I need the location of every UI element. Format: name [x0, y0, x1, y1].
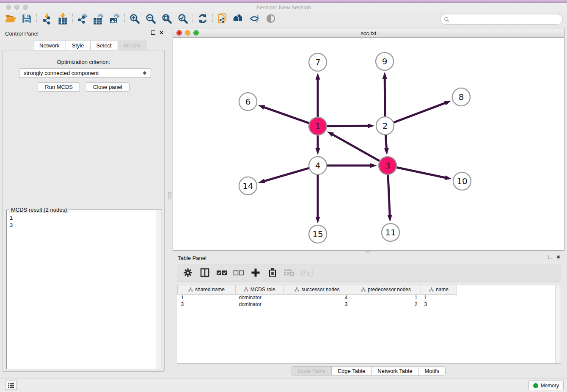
graph-node-label: 10 — [457, 176, 467, 186]
graph-node-label: 1 — [315, 121, 321, 131]
run-mcds-button[interactable]: Run MCDS — [38, 82, 80, 92]
delete-column-icon — [268, 268, 277, 279]
table-panel-title: Table Panel — [178, 255, 206, 261]
node-table-grid: shared nameMCDS rolesuccessor nodesprede… — [177, 285, 457, 308]
tab-select[interactable]: Select — [90, 41, 118, 50]
result-scrollbar[interactable] — [156, 210, 162, 369]
table-float-panel-icon[interactable] — [548, 255, 552, 259]
zoom-out-button[interactable] — [143, 13, 159, 26]
tab-style[interactable]: Style — [66, 41, 90, 50]
float-panel-icon[interactable] — [151, 30, 155, 35]
settings-gear-button[interactable] — [181, 266, 195, 280]
edge-1-2 — [327, 126, 369, 126]
table-cell: dominator — [236, 294, 284, 301]
table-cell: 1 — [421, 294, 457, 301]
table-row[interactable]: 3dominator323 — [178, 301, 457, 308]
save-button[interactable] — [19, 13, 35, 26]
hide-annotations-icon — [249, 13, 261, 25]
function-builder-button: f(x) — [299, 266, 314, 280]
hide-annotations-button[interactable] — [247, 13, 263, 26]
zoom-fit-button[interactable] — [159, 13, 175, 26]
mcds-result-item: 3 — [10, 221, 153, 229]
import-network-icon — [41, 13, 52, 26]
window-title: Session: New Session — [0, 4, 567, 11]
select-all-checkboxes-button[interactable] — [215, 266, 229, 280]
import-network-button[interactable] — [39, 13, 55, 26]
edge-2-3 — [385, 135, 386, 149]
table-cell: dominator — [236, 301, 284, 308]
graph-node-label: 4 — [315, 160, 321, 171]
split-columns-button[interactable] — [198, 266, 212, 280]
toolbar-separator — [193, 14, 193, 25]
graph-node-label: 8 — [459, 92, 464, 102]
close-panel-icon[interactable]: × — [160, 30, 163, 35]
table-close-panel-icon[interactable]: × — [556, 255, 560, 259]
show-eye-button[interactable] — [263, 13, 279, 26]
deselect-all-checkboxes-button[interactable] — [231, 266, 246, 280]
task-history-button[interactable] — [5, 381, 17, 390]
open-folder-button[interactable] — [3, 13, 19, 26]
table-cell: 3 — [284, 301, 351, 308]
home-networks-button[interactable] — [231, 13, 247, 26]
tab-node-table[interactable]: Node Table — [292, 366, 332, 375]
network-file-button[interactable] — [215, 13, 231, 26]
vertical-splitter-grip[interactable] — [168, 192, 171, 199]
column-header-name[interactable]: name — [421, 285, 457, 294]
tab-mcds[interactable]: MCDS — [118, 41, 146, 50]
status-bar: Memory — [0, 378, 567, 392]
graph-node-label: 7 — [315, 57, 321, 67]
split-columns-icon — [200, 268, 210, 279]
edge-3-1 — [332, 134, 380, 161]
table-scrollbar[interactable] — [555, 285, 561, 363]
home-networks-icon — [232, 13, 245, 25]
export-network-button[interactable] — [74, 13, 91, 26]
close-panel-button[interactable]: Close panel — [86, 82, 129, 92]
select-all-checkboxes-icon — [216, 269, 227, 278]
column-header-label: shared name — [195, 287, 225, 293]
table-cell: 2 — [351, 301, 421, 308]
zoom-selected-button[interactable] — [175, 13, 191, 26]
search-icon — [444, 17, 450, 22]
select-stepper-icon — [143, 71, 146, 75]
zoom-in-button[interactable] — [127, 13, 143, 26]
import-table-button[interactable] — [55, 13, 71, 26]
table-tabs: Node TableEdge TableNetwork TableMotifs — [173, 366, 564, 375]
export-image-icon — [109, 13, 121, 26]
edge-3-10 — [396, 167, 446, 178]
add-column-button[interactable] — [248, 266, 263, 280]
edge-arrowhead — [316, 217, 320, 224]
memory-status-icon — [533, 383, 538, 388]
tab-motifs[interactable]: Motifs — [418, 366, 446, 375]
column-header-predecessor-nodes[interactable]: predecessor nodes — [351, 285, 421, 294]
mcds-result-item: 1 — [10, 214, 153, 221]
column-header-successor-nodes[interactable]: successor nodes — [284, 285, 351, 294]
function-builder-icon: f(x) — [300, 268, 314, 278]
edge-3-11 — [388, 174, 390, 216]
edge-arrowhead — [445, 175, 452, 180]
export-image-button[interactable] — [107, 13, 123, 26]
export-network-icon — [77, 13, 88, 26]
window-accent-strip — [0, 0, 567, 3]
graph-node-label: 6 — [245, 97, 251, 107]
refresh-button[interactable] — [195, 13, 211, 26]
delete-column-button[interactable] — [265, 266, 280, 280]
toolbar-separator — [124, 14, 125, 25]
network-view-frame: × − + scc.txt 7968124314101511 — [173, 28, 564, 251]
memory-button[interactable]: Memory — [528, 381, 564, 390]
network-frame-titlebar[interactable]: × − + scc.txt — [173, 28, 564, 38]
open-folder-icon — [5, 13, 17, 25]
export-table-button[interactable] — [91, 13, 107, 26]
tab-edge-table[interactable]: Edge Table — [331, 366, 371, 375]
column-header-MCDS-role[interactable]: MCDS role — [236, 285, 284, 294]
tab-network-table[interactable]: Network Table — [371, 366, 418, 375]
optimization-select[interactable]: strongly connected component — [19, 68, 151, 78]
column-header-label: successor nodes — [301, 287, 339, 293]
network-canvas[interactable]: 7968124314101511 — [173, 38, 564, 250]
search-input[interactable] — [450, 16, 562, 22]
zoom-selected-icon — [177, 13, 189, 26]
search-box[interactable] — [440, 14, 563, 25]
tab-network[interactable]: Network — [33, 41, 66, 50]
column-header-shared-name[interactable]: shared name — [178, 285, 236, 294]
graph-node-label: 3 — [385, 160, 391, 171]
table-row[interactable]: 1dominator411 — [178, 294, 457, 301]
